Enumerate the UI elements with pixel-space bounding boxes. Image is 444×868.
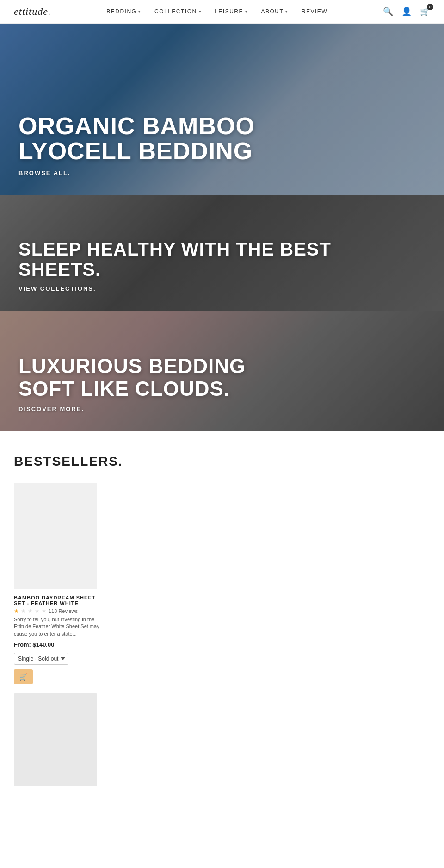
hero-2-content: SLEEP HEALTHY WITH THE BEST SHEETS. VIEW… <box>18 239 342 292</box>
chevron-down-icon: ▾ <box>199 9 202 14</box>
star-3: ★ <box>28 608 33 614</box>
hero-3-section: LUXURIOUS BEDDING SOFT LIKE CLOUDS. DISC… <box>0 311 444 431</box>
product-select-row-1: Single · Sold out <box>14 653 106 665</box>
product-card-2-image <box>14 693 97 786</box>
nav-label-review: REVIEW <box>302 8 327 15</box>
hero-1-section: ORGANIC BAMBOO LYOCELL BEDDING BROWSE AL… <box>0 24 444 195</box>
nav-label-bedding: BEDDING <box>106 8 136 15</box>
star-1: ★ <box>14 608 19 614</box>
cart-count-badge: 0 <box>427 4 433 10</box>
hero-2-section: SLEEP HEALTHY WITH THE BEST SHEETS. VIEW… <box>0 195 444 311</box>
nav-item-about[interactable]: ABOUT ▾ <box>261 8 289 15</box>
account-icon[interactable]: 👤 <box>401 6 412 17</box>
hero-3-content: LUXURIOUS BEDDING SOFT LIKE CLOUDS. DISC… <box>18 355 278 412</box>
hero-3-cta[interactable]: DISCOVER MORE. <box>18 406 278 412</box>
header-icons: 🔍 👤 🛒 0 <box>383 6 430 17</box>
nav-item-review[interactable]: REVIEW <box>302 8 327 15</box>
hero-1-content: ORGANIC BAMBOO LYOCELL BEDDING BROWSE AL… <box>18 113 296 176</box>
nav-label-collection: COLLECTION <box>154 8 197 15</box>
bestsellers-section: BESTSELLERS. BAMBOO DAYDREAM SHEET SET -… <box>0 431 444 800</box>
nav-label-about: ABOUT <box>261 8 284 15</box>
logo[interactable]: ettitude. <box>14 6 51 18</box>
product-desc-1: Sorry to tell you, but investing in the … <box>14 616 106 637</box>
star-5: ★ <box>42 608 47 614</box>
chevron-down-icon: ▾ <box>245 9 248 14</box>
main-nav: BEDDING ▾ COLLECTION ▾ LEISURE ▾ ABOUT ▾… <box>106 8 327 15</box>
nav-item-collection[interactable]: COLLECTION ▾ <box>154 8 202 15</box>
hero-3-title: LUXURIOUS BEDDING SOFT LIKE CLOUDS. <box>18 355 278 400</box>
chevron-down-icon: ▾ <box>285 9 289 14</box>
product-price-1: From: $140.00 <box>14 641 106 648</box>
hero-1-title: ORGANIC BAMBOO LYOCELL BEDDING <box>18 113 296 164</box>
product-card-1: BAMBOO DAYDREAM SHEET SET - FEATHER WHIT… <box>14 483 106 684</box>
product-variant-select-1[interactable]: Single · Sold out <box>14 653 68 665</box>
hero-2-title: SLEEP HEALTHY WITH THE BEST SHEETS. <box>18 239 342 280</box>
chevron-down-icon: ▾ <box>138 9 142 14</box>
cart-icon-small: 🛒 <box>19 673 27 681</box>
add-to-cart-button-1[interactable]: 🛒 <box>14 669 33 684</box>
nav-item-leisure[interactable]: LEISURE ▾ <box>215 8 248 15</box>
hero-1-cta[interactable]: BROWSE ALL. <box>18 169 296 176</box>
reviews-count-1: 118 Reviews <box>49 608 78 614</box>
nav-label-leisure: LEISURE <box>215 8 243 15</box>
bestsellers-title: BESTSELLERS. <box>14 454 430 469</box>
product-name-1: BAMBOO DAYDREAM SHEET SET - FEATHER WHIT… <box>14 595 106 606</box>
star-2: ★ <box>21 608 26 614</box>
stars-row-1: ★ ★ ★ ★ ★ 118 Reviews <box>14 608 106 614</box>
star-4: ★ <box>35 608 40 614</box>
search-icon[interactable]: 🔍 <box>383 6 393 17</box>
nav-item-bedding[interactable]: BEDDING ▾ <box>106 8 142 15</box>
hero-2-cta[interactable]: VIEW COLLECTIONS. <box>18 285 342 292</box>
product-image-1 <box>14 483 97 589</box>
header: ettitude. BEDDING ▾ COLLECTION ▾ LEISURE… <box>0 0 444 24</box>
cart-icon[interactable]: 🛒 0 <box>420 6 430 17</box>
